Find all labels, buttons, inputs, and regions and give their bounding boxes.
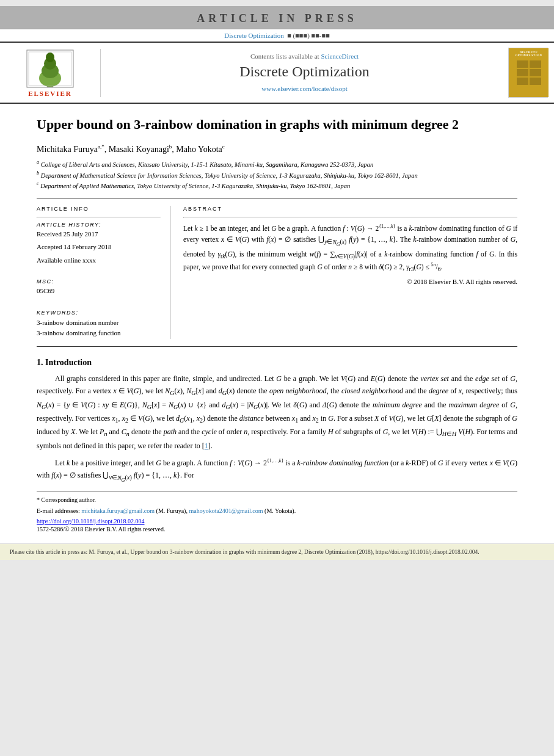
authors-line: Michitaka Furuyaa,*, Masaki Koyanagib, M… [37,144,517,154]
article-info-heading: ARTICLE INFO [37,206,161,212]
main-content: Upper bound on 3-rainbow domination in g… [0,104,554,539]
journal-url: www.elsevier.com/locate/disopt [107,84,502,93]
author-a-sup: a,* [98,144,104,150]
footnote-corresponding: * Corresponding author. [37,495,517,504]
intro-para-1: All graphs considered in this paper are … [37,373,517,452]
msc-label: MSC: [37,278,161,285]
author-a: Michitaka Furuya [37,144,98,153]
abstract-column: ABSTRACT Let k ≥ 1 be an integer, and le… [183,206,517,339]
intro-heading: 1. Introduction [37,358,517,368]
abstract-heading: ABSTRACT [183,206,517,212]
intro-para-2: Let k be a positive integer, and let G b… [37,457,517,485]
bottom-notice-text: Please cite this article in press as: M.… [10,549,479,555]
divider-1 [37,198,517,198]
aip-text: ARTICLE IN PRESS [197,12,357,24]
issn-text: 1572-5286/© 2018 Elsevier B.V. All right… [37,526,517,532]
copyright-text: © 2018 Elsevier B.V. All rights reserved… [183,278,517,285]
affil-a: College of Liberal Arts and Sciences, Ki… [41,161,374,168]
footnote-area: * Corresponding author. E-mail addresses… [37,491,517,515]
journal-header: ELSEVIER Contents lists available at Sci… [0,42,554,104]
email-2-link[interactable]: mahoyokota2401@gmail.com [189,507,263,514]
page: ARTICLE IN PRESS Discrete Optimization ■… [0,6,554,560]
abstract-text: Let k ≥ 1 be an integer, and let G be a … [183,223,517,274]
author-c: , Maho Yokota [172,144,222,153]
email-label: E-mail addresses: [37,507,80,514]
cover-grid-icon [517,60,541,85]
keyword-2: 3-rainbow dominating function [37,328,161,339]
email-1-author: (M. Furuya), [156,507,188,514]
author-b: , Masaki Koyanagi [104,144,169,153]
doi-link[interactable]: https://doi.org/10.1016/j.disopt.2018.02… [37,518,145,525]
received-date: Received 25 July 2017 [37,230,161,239]
journal-link[interactable]: Discrete Optimization [224,32,283,39]
cover-title: DISCRETE OPTIMIZATION [511,51,546,57]
journal-center: Contents lists available at ScienceDirec… [107,53,502,93]
journal-url-link[interactable]: www.elsevier.com/locate/disopt [261,85,347,92]
svg-point-4 [46,53,54,62]
keywords-label: Keywords: [37,310,161,316]
divider-2 [37,346,517,347]
ref-1-link[interactable]: 1 [205,442,208,450]
email-2-author: (M. Yokota). [264,507,296,514]
keyword-1: 3-rainbow domination number [37,318,161,329]
sciencedirect-text: Contents lists available at ScienceDirec… [107,53,502,60]
bottom-notice: Please cite this article in press as: M.… [0,543,554,560]
journal-cover: DISCRETE OPTIMIZATION [508,48,548,98]
journal-title: Discrete Optimization [107,64,502,80]
article-title: Upper bound on 3-rainbow domination in g… [37,116,517,134]
sciencedirect-link[interactable]: ScienceDirect [321,53,359,60]
elsevier-tree-icon [26,49,75,89]
msc-code: 05C69 [37,286,161,296]
doi-footer: https://doi.org/10.1016/j.disopt.2018.02… [37,518,517,525]
affil-b: Department of Mathematical Science for I… [41,172,418,178]
elsevier-logo: ELSEVIER [6,49,101,97]
article-info: ARTICLE INFO Article history: Received 2… [37,206,171,339]
author-c-sup: c [222,144,225,150]
accepted-date: Accepted 14 February 2018 [37,242,161,252]
footnote-emails: E-mail addresses: michitaka.furuya@gmail… [37,506,517,515]
email-1-link[interactable]: michitaka.furuya@gmail.com [81,507,155,514]
aip-banner: ARTICLE IN PRESS [0,6,554,29]
info-abstract-section: ARTICLE INFO Article history: Received 2… [37,206,517,339]
doi-suffix: ■ (■■■) ■■-■■ [287,32,330,39]
available-date: Available online xxxx [37,256,161,265]
affil-c: Department of Applied Mathematics, Tokyo… [40,182,350,189]
elsevier-label: ELSEVIER [28,90,72,97]
history-label: Article history: [37,222,161,228]
affiliations: a College of Liberal Arts and Sciences, … [37,159,517,191]
corresponding-label: * Corresponding author. [37,496,96,503]
doi-bar: Discrete Optimization ■ (■■■) ■■-■■ [0,29,554,42]
